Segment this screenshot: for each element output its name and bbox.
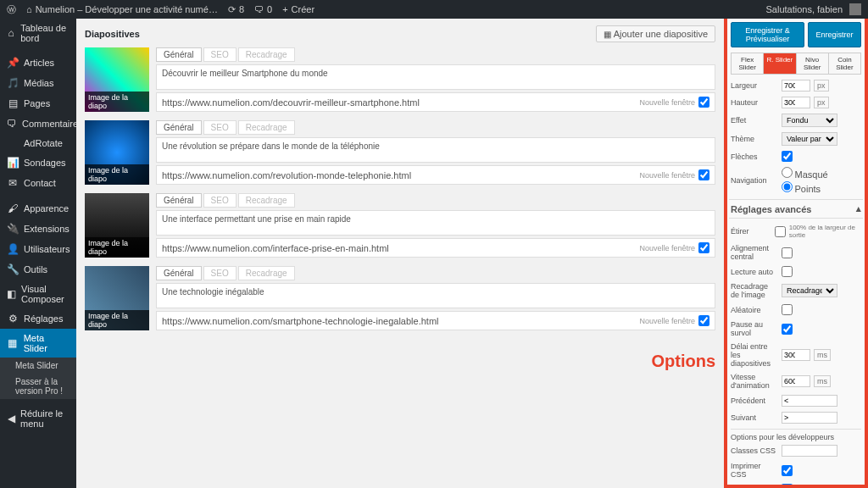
page-icon: ▤ (7, 97, 19, 109)
stretch-checkbox[interactable] (775, 226, 786, 237)
plug-icon: 🔌 (7, 223, 19, 235)
add-slide-button[interactable]: ▦ Ajouter une diapositive (596, 25, 715, 42)
next-input[interactable] (782, 412, 837, 424)
new-window-checkbox[interactable] (698, 169, 709, 180)
effect-select[interactable]: Fondu (782, 114, 837, 127)
slide-row: Image de la diapo GénéralSEORecadrage Un… (85, 193, 715, 258)
menu-media[interactable]: 🎵Médias (0, 73, 76, 93)
crop-select[interactable]: Recadrage intellig (782, 284, 837, 297)
thumb-caption: Image de la diapo (85, 164, 149, 185)
tab-nivo[interactable]: Nivo Slider (797, 53, 829, 74)
tab-crop[interactable]: Recadrage (238, 266, 295, 280)
menu-adrotate[interactable]: AdRotate (0, 134, 76, 152)
submenu-meta-slider[interactable]: Meta Slider (0, 358, 76, 374)
menu-settings[interactable]: ⚙Réglages (0, 308, 76, 329)
thumb-caption: Image de la diapo (85, 92, 149, 112)
delay-input[interactable] (782, 349, 810, 361)
print-css-checkbox[interactable] (782, 465, 793, 476)
collapse-menu[interactable]: ◀Réduire le menu (0, 404, 76, 433)
tab-general[interactable]: Général (156, 193, 202, 208)
new-window-checkbox[interactable] (698, 97, 709, 108)
slide-url-input[interactable]: https://www.numelion.com/decouvrir-meill… (162, 97, 639, 108)
prev-input[interactable] (782, 395, 837, 407)
theme-select[interactable]: Valeur par défaut (782, 132, 837, 146)
tab-general[interactable]: Général (156, 120, 202, 135)
new-window-checkbox[interactable] (698, 242, 709, 253)
center-checkbox[interactable] (782, 247, 793, 258)
slide-thumbnail[interactable]: Image de la diapo (85, 266, 149, 330)
submenu-go-pro[interactable]: Passer à la version Pro ! (0, 374, 76, 399)
slide-url-input[interactable]: https://www.numelion.com/smartphone-tech… (162, 316, 639, 326)
slide-caption-input[interactable]: Une interface permettant une prise en ma… (156, 210, 715, 236)
menu-polls[interactable]: 📊Sondages (0, 152, 76, 173)
save-button[interactable]: Enregistrer (808, 22, 861, 47)
menu-dashboard[interactable]: ⌂Tableau de bord (0, 19, 76, 47)
wrench-icon: 🔧 (7, 263, 19, 275)
menu-pages[interactable]: ▤Pages (0, 93, 76, 114)
collapse-icon: ◀ (7, 413, 15, 424)
wp-logo[interactable]: ⓦ (7, 3, 16, 16)
new-content[interactable]: + Créer (282, 4, 314, 14)
chevron-up-icon: ▴ (856, 203, 861, 214)
slide-caption-input[interactable]: Une technologie inégalable (156, 283, 715, 308)
tab-crop[interactable]: Recadrage (238, 120, 295, 135)
menu-plugins[interactable]: 🔌Extensions (0, 219, 76, 239)
width-input[interactable] (782, 80, 810, 92)
tab-general[interactable]: Général (156, 47, 202, 62)
page-title: Diapositives (85, 29, 140, 39)
tab-general[interactable]: Général (156, 266, 202, 280)
tab-seo[interactable]: SEO (203, 47, 236, 62)
tab-seo[interactable]: SEO (203, 266, 236, 280)
height-input[interactable] (782, 97, 810, 108)
site-name[interactable]: ⌂ Numelion – Développer une activité num… (26, 4, 218, 14)
avatar[interactable] (849, 3, 861, 15)
thumb-caption: Image de la diapo (85, 237, 149, 258)
tab-crop[interactable]: Recadrage (238, 47, 295, 62)
tab-crop[interactable]: Recadrage (238, 193, 295, 208)
save-preview-button[interactable]: Enregistrer & Prévisualiser (731, 22, 804, 47)
css-classes-input[interactable] (782, 445, 837, 457)
tab-seo[interactable]: SEO (203, 193, 236, 208)
slide-url-input[interactable]: https://www.numelion.com/revolution-mond… (162, 170, 639, 180)
tab-coin[interactable]: Coin Slider (829, 53, 860, 74)
menu-tools[interactable]: 🔧Outils (0, 259, 76, 280)
arrows-checkbox[interactable] (782, 151, 793, 162)
nav-hidden-radio[interactable] (782, 167, 793, 178)
slide-url-input[interactable]: https://www.numelion.com/interface-prise… (162, 243, 639, 253)
slide-row: Image de la diapo GénéralSEORecadrage Dé… (85, 47, 715, 112)
slide-caption-input[interactable]: Découvrir le meilleur Smartphone du mond… (156, 64, 715, 90)
thumb-caption: Image de la diapo (85, 310, 149, 330)
menu-appearance[interactable]: 🖌Apparence (0, 198, 76, 219)
random-checkbox[interactable] (782, 304, 793, 315)
settings-panel: Enregistrer & Prévisualiser Enregistrer … (724, 19, 868, 488)
speed-input[interactable] (782, 375, 810, 387)
menu-meta-slider[interactable]: ▦Meta Slider (0, 329, 76, 358)
slide-thumbnail[interactable]: Image de la diapo (85, 193, 149, 258)
slide-caption-input[interactable]: Une révolution se prépare dans le monde … (156, 137, 715, 163)
autoplay-checkbox[interactable] (782, 266, 793, 277)
menu-users[interactable]: 👤Utilisateurs (0, 239, 76, 259)
admin-bar: ⓦ ⌂ Numelion – Développer une activité n… (0, 0, 868, 19)
slide-row: Image de la diapo GénéralSEORecadrage Un… (85, 120, 715, 185)
nav-points-radio[interactable] (782, 181, 793, 192)
menu-posts[interactable]: 📌Articles (0, 53, 76, 73)
comments-count[interactable]: 🗨 0 (254, 4, 272, 14)
print-js-checkbox[interactable] (782, 484, 793, 488)
slider-type-tabs: Flex Slider R. Slider Nivo Slider Coin S… (731, 53, 861, 75)
pause-checkbox[interactable] (782, 324, 793, 335)
menu-comments[interactable]: 🗨Commentaires (0, 114, 76, 134)
slide-thumbnail[interactable]: Image de la diapo (85, 47, 149, 112)
admin-menu: ⌂Tableau de bord 📌Articles 🎵Médias ▤Page… (0, 19, 76, 488)
menu-visual-composer[interactable]: ◧Visual Composer (0, 280, 76, 308)
advanced-toggle[interactable]: Réglages avancés▴ (729, 199, 863, 219)
tab-r-slider[interactable]: R. Slider (764, 53, 796, 74)
updates[interactable]: ⟳ 8 (228, 4, 244, 15)
tab-flex[interactable]: Flex Slider (732, 53, 764, 74)
menu-contact[interactable]: ✉Contact (0, 173, 76, 193)
tab-seo[interactable]: SEO (203, 120, 236, 135)
greeting[interactable]: Salutations, fabien (765, 4, 843, 14)
new-window-checkbox[interactable] (698, 315, 709, 326)
slide-thumbnail[interactable]: Image de la diapo (85, 120, 149, 185)
user-icon: 👤 (7, 243, 19, 255)
slider-icon: ▦ (7, 337, 19, 349)
